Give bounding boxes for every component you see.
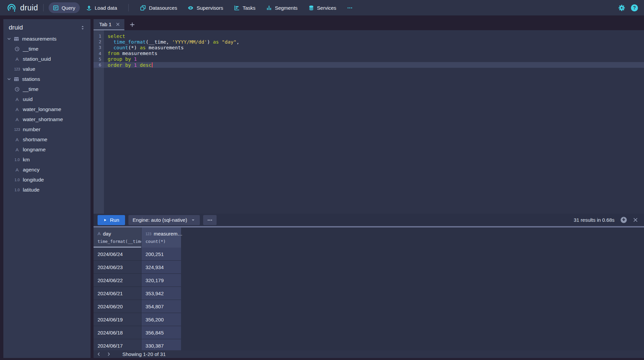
close-results-button[interactable] (633, 217, 638, 222)
column-name: longitude (23, 177, 44, 183)
close-icon (633, 217, 638, 222)
query-more-button[interactable] (203, 215, 217, 225)
line-number: 1 (94, 33, 104, 39)
schema-sidebar: druid measurements__timeAstation_uuid123… (3, 19, 91, 358)
code-text: time_format(__time, 'YYYY/MM/dd') as "da… (104, 39, 239, 45)
cell-measurements[interactable]: 356,845 (141, 326, 181, 339)
more-icon (347, 5, 353, 11)
cell-measurements[interactable]: 324,934 (141, 261, 181, 274)
nav-item-more[interactable] (343, 2, 357, 13)
cell-measurements[interactable]: 354,807 (141, 300, 181, 313)
sidebar-column-longitude[interactable]: 1.0longitude (3, 175, 91, 185)
result-row: 2024/06/19356,200 (94, 313, 644, 326)
services-icon (308, 5, 314, 11)
cell-day[interactable]: 2024/06/20 (94, 300, 141, 313)
sidebar-column-uuid[interactable]: Auuid (3, 94, 91, 104)
run-button[interactable]: Run (98, 215, 125, 225)
sidebar-table-measurements[interactable]: measurements (3, 34, 91, 44)
query-view: Tab 1 1select2 time_format(__time, 'YYYY… (94, 19, 644, 358)
nav-item-tasks[interactable]: Tasks (230, 2, 260, 13)
nav-right (618, 4, 638, 11)
editor-line-1[interactable]: 1select (94, 33, 644, 39)
nav-item-supervisors[interactable]: Supervisors (183, 2, 227, 13)
sidebar-column-number[interactable]: 123number (3, 124, 91, 135)
code-text: count(*) as measurements (104, 45, 184, 50)
druid-logo-icon (6, 2, 17, 13)
editor-line-4[interactable]: 4from measurements (94, 51, 644, 56)
sidebar-column-agency[interactable]: Aagency (3, 165, 91, 175)
cell-day[interactable]: 2024/06/18 (94, 326, 141, 339)
nav-item-label: Query (62, 5, 75, 11)
column-name: water_shortname (23, 116, 63, 122)
nav-items: QueryLoad dataDatasourcesSupervisorsTask… (49, 2, 357, 13)
cell-day[interactable]: 2024/06/22 (94, 274, 141, 287)
nav-item-query[interactable]: Query (49, 2, 80, 13)
result-row: 2024/06/22320,179 (94, 274, 644, 287)
sidebar-column-station_uuid[interactable]: Astation_uuid (3, 54, 91, 64)
editor-line-5[interactable]: 5group by 1 (94, 56, 644, 62)
results-panel: A day time_format(__time, … 123 measurem… (94, 227, 644, 350)
cell-day[interactable]: 2024/06/21 (94, 287, 141, 300)
engine-label: Engine: auto (sql-native) (133, 217, 187, 223)
sidebar-column-value[interactable]: 123value (3, 64, 91, 74)
tab-1[interactable]: Tab 1 (94, 19, 124, 30)
nav-item-label: Tasks (243, 5, 255, 11)
column-name: measurem… (154, 231, 183, 237)
sidebar-table-stations[interactable]: stations (3, 74, 91, 84)
close-icon (116, 22, 120, 27)
chevron-down-icon[interactable] (7, 37, 11, 41)
cell-day[interactable]: 2024/06/17 (94, 339, 141, 350)
tab-bar: Tab 1 (94, 19, 644, 30)
engine-select[interactable]: Engine: auto (sql-native) (128, 215, 200, 225)
editor-line-6[interactable]: 6order by 1 desc (94, 62, 644, 68)
float-type-icon: 1.0 (14, 188, 20, 192)
editor-line-2[interactable]: 2 time_format(__time, 'YYYY/MM/dd') as "… (94, 39, 644, 45)
settings-button[interactable] (618, 4, 625, 11)
nav-item-datasources[interactable]: Datasources (136, 2, 181, 13)
schema-name: druid (9, 24, 23, 31)
column-header-day[interactable]: A day time_format(__time, … (94, 227, 141, 248)
sidebar-column-__time[interactable]: __time (3, 44, 91, 54)
cell-day[interactable]: 2024/06/19 (94, 313, 141, 326)
sidebar-column-longname[interactable]: Alongname (3, 145, 91, 155)
column-header-measurements[interactable]: 123 measurem… count(*) (141, 227, 181, 248)
gear-icon (618, 4, 625, 11)
column-name: agency (23, 167, 40, 173)
chevron-down-icon[interactable] (7, 77, 11, 81)
chevron-left-icon (97, 352, 101, 356)
nav-item-services[interactable]: Services (304, 2, 341, 13)
column-expression: time_format(__time, … (98, 239, 141, 244)
next-page-button[interactable] (104, 351, 114, 358)
column-name: uuid (23, 96, 33, 102)
cell-measurements[interactable]: 330,387 (141, 339, 181, 350)
editor-line-3[interactable]: 3 count(*) as measurements (94, 45, 644, 50)
string-type-icon: A (14, 167, 20, 172)
download-button[interactable] (620, 216, 627, 223)
cell-measurements[interactable]: 320,179 (141, 274, 181, 287)
sidebar-column-shortname[interactable]: Ashortname (3, 135, 91, 145)
sidebar-column-km[interactable]: 1.0km (3, 155, 91, 165)
cell-measurements[interactable]: 356,200 (141, 313, 181, 326)
sidebar-column-water_longname[interactable]: Awater_longname (3, 104, 91, 114)
cell-measurements[interactable]: 200,251 (141, 248, 181, 261)
top-nav: druid QueryLoad dataDatasourcesSuperviso… (0, 0, 644, 15)
sql-editor[interactable]: 1select2 time_format(__time, 'YYYY/MM/dd… (94, 30, 644, 214)
string-type-icon: A (14, 97, 20, 102)
double-caret-vertical-icon[interactable] (80, 25, 85, 30)
tab-close-button[interactable] (116, 22, 120, 27)
cell-day[interactable]: 2024/06/24 (94, 248, 141, 261)
cell-measurements[interactable]: 353,942 (141, 287, 181, 300)
nav-item-load-data[interactable]: Load data (82, 2, 122, 13)
druid-logo[interactable]: druid (6, 2, 38, 13)
runbar-right: 31 results in 0.68s (574, 216, 640, 223)
help-button[interactable] (631, 4, 638, 11)
cell-day[interactable]: 2024/06/23 (94, 261, 141, 274)
nav-item-segments[interactable]: Segments (262, 2, 302, 13)
sidebar-column-__time[interactable]: __time (3, 84, 91, 94)
sidebar-column-latitude[interactable]: 1.0latitude (3, 185, 91, 195)
add-tab-button[interactable] (130, 19, 135, 30)
nav-item-label: Load data (95, 5, 117, 11)
prev-page-button[interactable] (94, 351, 104, 358)
sidebar-column-water_shortname[interactable]: Awater_shortname (3, 114, 91, 124)
float-type-icon: 1.0 (14, 158, 20, 162)
